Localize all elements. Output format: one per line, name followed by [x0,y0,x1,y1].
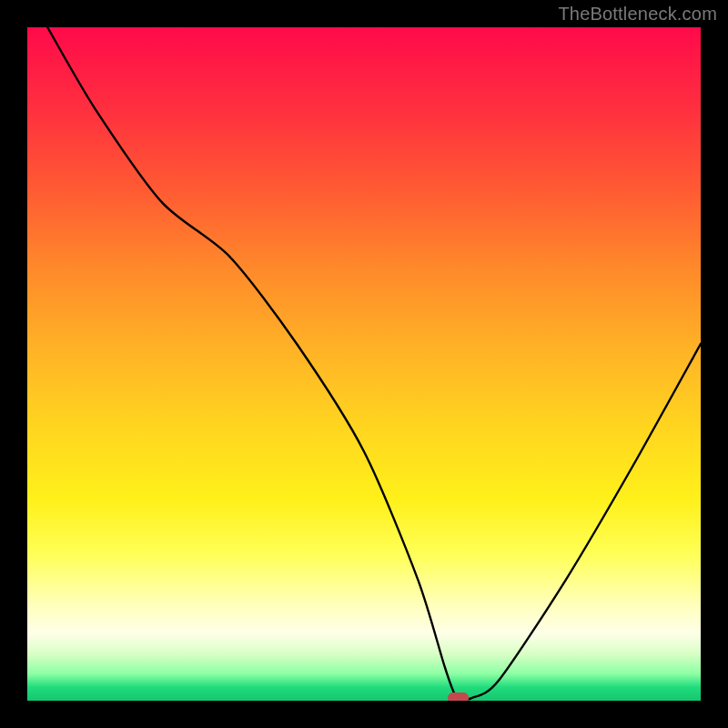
chart-frame: TheBottleneck.com [0,0,728,728]
curve-svg [27,27,701,701]
bottleneck-curve [47,27,701,701]
optimal-point-marker [449,693,469,701]
plot-area [27,27,701,701]
watermark-text: TheBottleneck.com [558,4,717,25]
